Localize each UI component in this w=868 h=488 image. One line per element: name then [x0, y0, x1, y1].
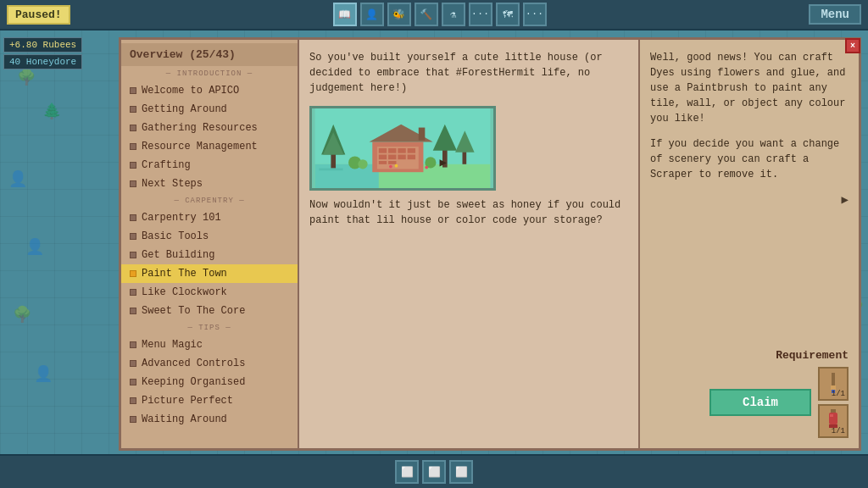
svg-rect-7 [398, 148, 405, 153]
content-image: ▶ [309, 106, 496, 191]
tab-hammer[interactable]: 🔨 [415, 3, 438, 26]
content-intro-text: So you've built yourself a cute little h… [309, 50, 628, 96]
toc-item-advanced-controls[interactable]: Advanced Controls [121, 354, 298, 373]
tab-bee[interactable]: 🐝 [387, 3, 411, 26]
svg-rect-16 [419, 128, 426, 141]
content-body-text: Now wouldn't it just be sweet as honey i… [309, 197, 628, 228]
toc-item-carpentry101[interactable]: Carpentry 101 [121, 208, 298, 227]
svg-point-28 [389, 165, 392, 169]
toc-dot-next-steps [130, 180, 136, 187]
svg-rect-14 [388, 161, 396, 164]
tab-book[interactable]: 📖 [333, 3, 357, 26]
claim-button[interactable]: Claim [709, 389, 811, 416]
currency-display: +6.80 Rubees 40 Honeydore [3, 37, 82, 71]
svg-rect-36 [830, 414, 833, 417]
tab-misc1[interactable]: ··· [469, 3, 492, 26]
bg-figure: 🌲 [42, 102, 61, 120]
toc-item-crafting[interactable]: Crafting [121, 156, 298, 175]
toc-dot-picture-perfect [130, 397, 136, 404]
menu-button[interactable]: Menu [809, 4, 861, 25]
svg-rect-17 [331, 152, 336, 169]
svg-rect-10 [388, 155, 396, 160]
tab-map[interactable]: 🗺 [496, 3, 520, 26]
svg-rect-20 [442, 148, 448, 168]
bg-figure: 👤 [34, 364, 53, 383]
toc-dot-resource-mgmt [130, 143, 136, 150]
svg-rect-12 [408, 155, 415, 160]
section-divider-tips: — TIPS — [121, 320, 298, 336]
toc-dot-get-building [130, 252, 136, 258]
toc-dot-carpentry101 [130, 214, 136, 221]
close-button[interactable]: × [845, 38, 860, 53]
svg-rect-2 [315, 164, 379, 188]
journal-dialog: × Overview (25/43) — INTRODUCTION — Welc… [119, 37, 861, 451]
svg-point-30 [425, 166, 428, 169]
bg-figure: 👤 [8, 169, 27, 188]
bottom-icon-3[interactable]: ⬜ [449, 460, 473, 484]
req-item-paintbrush: 1/1 [818, 367, 849, 401]
tab-misc2[interactable]: ··· [523, 3, 547, 26]
right-text-1: Well, good news! You can craft Dyes usin… [650, 50, 849, 126]
svg-rect-13 [379, 161, 387, 164]
toc-panel: Overview (25/43) — INTRODUCTION — Welcom… [121, 40, 299, 448]
toc-dot-basic-tools [130, 233, 136, 240]
bottom-icon-2[interactable]: ⬜ [422, 460, 446, 484]
scene-svg [312, 108, 493, 188]
right-text-2: If you decide you want a change of scene… [650, 136, 849, 182]
req-paintbrush-count: 1/1 [832, 390, 845, 398]
svg-rect-34 [831, 409, 836, 413]
toc-dot-welcome [130, 87, 136, 94]
toc-item-gathering[interactable]: Gathering Resources [121, 119, 298, 137]
toc-item-sweet-to-core[interactable]: Sweet To The Core [121, 302, 298, 320]
toc-item-keeping-organised[interactable]: Keeping Organised [121, 373, 298, 391]
toc-dot-keeping-organised [130, 379, 136, 385]
svg-rect-6 [388, 148, 396, 153]
svg-point-25 [358, 159, 367, 169]
bg-figure: 👤 [25, 237, 44, 256]
toc-item-welcome[interactable]: Welcome to APICO [121, 81, 298, 100]
toc-dot-waiting-around [130, 416, 136, 423]
toc-dot-advanced-controls [130, 360, 136, 367]
toc-item-picture-perfect[interactable]: Picture Perfect [121, 391, 298, 410]
rubees-display: +6.80 Rubees [3, 37, 82, 53]
right-cursor: ▶ [650, 192, 849, 207]
toc-item-menu-magic[interactable]: Menu Magic [121, 336, 298, 354]
svg-rect-5 [379, 148, 387, 153]
toc-dot-getting-around [130, 106, 136, 113]
svg-rect-27 [319, 169, 342, 171]
toc-dot-gathering [130, 125, 136, 131]
toc-header: Overview (25/43) [121, 43, 298, 66]
paused-badge: Paused! [7, 5, 70, 25]
honeydore-display: 40 Honeydore [3, 54, 82, 69]
tab-person[interactable]: 👤 [360, 3, 384, 26]
section-divider-intro: — INTRODUCTION — [121, 66, 298, 81]
section-divider-carpentry: — CARPENTRY — [121, 193, 298, 208]
req-item-dye: 1/1 [818, 404, 849, 438]
req-dye-count: 1/1 [832, 427, 845, 435]
toc-item-resource-mgmt[interactable]: Resource Management [121, 137, 298, 156]
right-panel: Well, good news! You can craft Dyes usin… [638, 40, 859, 448]
toc-item-waiting-around[interactable]: Waiting Around [121, 410, 298, 429]
bottom-icon-1[interactable]: ⬜ [395, 460, 419, 484]
toc-dot-paint-the-town [130, 270, 136, 277]
toc-dot-sweet-to-core [130, 308, 136, 314]
toc-dot-crafting [130, 162, 136, 169]
tab-flask[interactable]: ⚗ [442, 3, 465, 26]
svg-rect-31 [832, 373, 835, 386]
requirement-label: Requirement [650, 349, 849, 362]
toc-dot-like-clockwork [130, 289, 136, 296]
toc-item-get-building[interactable]: Get Building [121, 246, 298, 264]
toc-item-like-clockwork[interactable]: Like Clockwork [121, 283, 298, 302]
toc-item-getting-around[interactable]: Getting Around [121, 100, 298, 119]
toc-item-next-steps[interactable]: Next Steps [121, 175, 298, 193]
svg-rect-8 [408, 148, 415, 153]
content-panel: So you've built yourself a cute little h… [299, 40, 638, 448]
bottom-bar: ⬜ ⬜ ⬜ [0, 454, 868, 488]
toc-item-paint-the-town[interactable]: Paint The Town [121, 264, 298, 283]
toc-item-basic-tools[interactable]: Basic Tools [121, 227, 298, 246]
svg-rect-11 [398, 155, 405, 160]
claim-area: Claim 1/1 [650, 367, 849, 438]
top-icon-bar: 📖 👤 🐝 🔨 ⚗ ··· 🗺 ··· [333, 3, 547, 26]
svg-rect-9 [379, 155, 387, 160]
bg-figure: 🌳 [13, 305, 31, 324]
